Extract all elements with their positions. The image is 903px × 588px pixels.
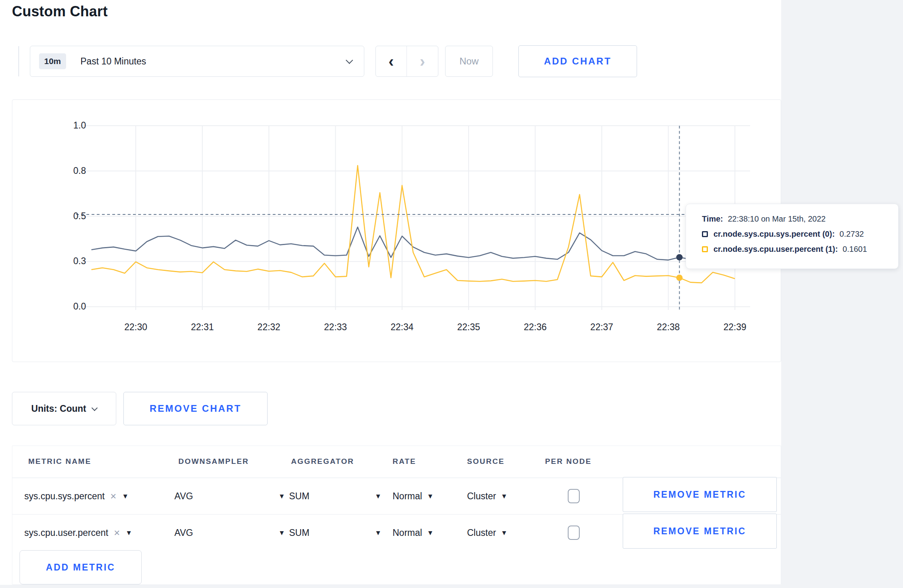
- per-node-cell: [568, 478, 580, 514]
- chart-card: 1.00.80.50.30.0 22:3022:3122:3222:3322:3…: [12, 99, 781, 362]
- dropdown-caret-icon: ▼: [122, 493, 129, 500]
- metric-row: sys.cpu.sys.percent × ▼ AVG ▼ SUM ▼ Norm…: [12, 478, 781, 514]
- remove-metric-button[interactable]: REMOVE METRIC: [623, 477, 777, 512]
- y-tick-label: 0.5: [50, 211, 86, 222]
- chart-hover-tooltip: Time: 22:38:10 on Mar 15th, 2022 cr.node…: [686, 204, 899, 269]
- units-select[interactable]: Units: Count: [12, 392, 116, 425]
- x-tick-label: 22:31: [180, 322, 224, 333]
- y-tick-label: 0.0: [50, 301, 86, 312]
- per-node-checkbox[interactable]: [568, 489, 580, 503]
- time-pager: ‹ ›: [375, 46, 438, 77]
- tooltip-series-label: cr.node.sys.cpu.user.percent (1):: [713, 245, 838, 254]
- clear-metric-icon[interactable]: ×: [114, 528, 120, 538]
- col-header-metric-name: METRIC NAME: [28, 457, 91, 466]
- y-tick-label: 0.8: [50, 165, 86, 176]
- metric-name-select[interactable]: sys.cpu.user.percent × ▼: [24, 514, 168, 551]
- x-tick-label: 22:32: [247, 322, 291, 333]
- tooltip-series-row: cr.node.sys.cpu.user.percent (1): 0.1601: [702, 245, 898, 254]
- y-tick-label: 1.0: [50, 120, 86, 131]
- toolbar-divider: [18, 46, 19, 76]
- units-select-label: Units: Count: [31, 403, 86, 414]
- tooltip-time-label: Time:: [702, 214, 723, 224]
- chevron-down-icon: [92, 405, 98, 411]
- per-node-checkbox[interactable]: [568, 526, 580, 540]
- previous-time-button[interactable]: ‹: [376, 46, 407, 76]
- remove-chart-button[interactable]: REMOVE CHART: [123, 392, 268, 425]
- chevron-right-icon: ›: [420, 53, 425, 69]
- next-time-button[interactable]: ›: [407, 46, 438, 76]
- aggregator-value: SUM: [289, 491, 309, 502]
- per-node-cell: [568, 514, 580, 551]
- col-header-downsampler: DOWNSAMPLER: [178, 457, 249, 466]
- tooltip-time-value: 22:38:10 on Mar 15th, 2022: [728, 214, 826, 224]
- add-chart-button[interactable]: ADD CHART: [518, 45, 637, 77]
- downsampler-select[interactable]: AVG ▼: [174, 478, 285, 514]
- col-header-source: SOURCE: [467, 457, 505, 466]
- source-value: Cluster: [467, 491, 496, 502]
- dropdown-caret-icon: ▼: [278, 530, 285, 536]
- x-tick-label: 22:35: [447, 322, 491, 333]
- metric-name-select[interactable]: sys.cpu.sys.percent × ▼: [24, 478, 168, 514]
- user-series-swatch-icon: [702, 246, 708, 252]
- tooltip-time-row: Time: 22:38:10 on Mar 15th, 2022: [702, 214, 898, 224]
- sys-series-swatch-icon: [702, 231, 708, 237]
- x-tick-label: 22:37: [580, 322, 624, 333]
- x-tick-label: 22:30: [114, 322, 158, 333]
- col-header-aggregator: AGGREGATOR: [291, 457, 354, 466]
- metric-name-value: sys.cpu.user.percent: [24, 528, 108, 538]
- aggregator-select[interactable]: SUM ▼: [289, 514, 381, 551]
- x-tick-label: 22:39: [713, 322, 757, 333]
- metrics-table: METRIC NAME DOWNSAMPLER AGGREGATOR RATE …: [12, 446, 781, 585]
- rate-select[interactable]: Normal ▼: [393, 478, 434, 514]
- now-button[interactable]: Now: [445, 46, 493, 77]
- dropdown-caret-icon: ▼: [375, 530, 381, 536]
- dropdown-caret-icon: ▼: [125, 530, 132, 536]
- chevron-left-icon: ‹: [389, 53, 394, 69]
- tooltip-series-value: 0.2732: [840, 230, 864, 239]
- tooltip-series-label: cr.node.sys.cpu.sys.percent (0):: [713, 230, 835, 239]
- dropdown-caret-icon: ▼: [501, 530, 508, 536]
- time-range-label: Past 10 Minutes: [80, 56, 146, 67]
- aggregator-select[interactable]: SUM ▼: [289, 478, 381, 514]
- x-tick-label: 22:34: [380, 322, 424, 333]
- tooltip-series-value: 0.1601: [842, 245, 867, 254]
- dropdown-caret-icon: ▼: [501, 493, 508, 500]
- downsampler-select[interactable]: AVG ▼: [174, 514, 285, 551]
- dropdown-caret-icon: ▼: [427, 493, 434, 500]
- aggregator-value: SUM: [289, 528, 309, 538]
- dropdown-caret-icon: ▼: [278, 493, 285, 500]
- page-title: Custom Chart: [12, 3, 108, 20]
- source-value: Cluster: [467, 528, 496, 538]
- x-tick-label: 22:36: [513, 322, 557, 333]
- downsampler-value: AVG: [174, 491, 193, 502]
- downsampler-value: AVG: [174, 528, 193, 538]
- custom-chart-page: Custom Chart 10m Past 10 Minutes ‹ › Now…: [0, 0, 781, 585]
- add-metric-button[interactable]: ADD METRIC: [20, 550, 142, 584]
- source-select[interactable]: Cluster ▼: [467, 514, 508, 551]
- col-header-rate: RATE: [393, 457, 416, 466]
- rate-value: Normal: [393, 528, 422, 538]
- metric-name-value: sys.cpu.sys.percent: [24, 491, 105, 502]
- time-range-badge: 10m: [39, 53, 66, 69]
- remove-metric-button[interactable]: REMOVE METRIC: [623, 514, 777, 549]
- source-select[interactable]: Cluster ▼: [467, 478, 508, 514]
- clear-metric-icon[interactable]: ×: [110, 491, 116, 501]
- rate-select[interactable]: Normal ▼: [393, 514, 434, 551]
- tooltip-series-row: cr.node.sys.cpu.sys.percent (0): 0.2732: [702, 230, 898, 239]
- col-header-per-node: PER NODE: [545, 457, 592, 466]
- chevron-down-icon: [346, 56, 353, 64]
- dropdown-caret-icon: ▼: [375, 493, 381, 500]
- x-tick-label: 22:33: [314, 322, 358, 333]
- dropdown-caret-icon: ▼: [427, 530, 434, 536]
- time-range-select[interactable]: 10m Past 10 Minutes: [30, 46, 364, 77]
- rate-value: Normal: [393, 491, 422, 502]
- x-tick-label: 22:38: [647, 322, 690, 333]
- metric-row: sys.cpu.user.percent × ▼ AVG ▼ SUM ▼ Nor…: [12, 514, 781, 551]
- y-tick-label: 0.3: [50, 256, 86, 267]
